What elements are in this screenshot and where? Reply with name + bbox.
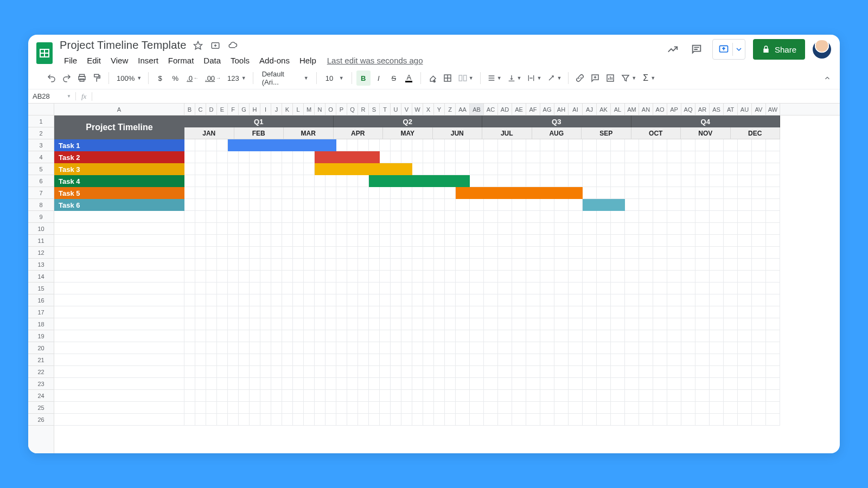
col-header[interactable]: AB	[470, 104, 484, 115]
zoom-select[interactable]: 100%▼	[113, 70, 144, 86]
text-wrap-button[interactable]: ▼	[525, 70, 544, 86]
fill-color-button[interactable]	[425, 70, 439, 86]
col-header[interactable]: AF	[526, 104, 540, 115]
col-header[interactable]: AU	[738, 104, 752, 115]
row-header[interactable]: 16	[28, 294, 54, 306]
col-header[interactable]: W	[412, 104, 423, 115]
name-box[interactable]: AB28▼	[28, 92, 76, 100]
col-header[interactable]: M	[304, 104, 315, 115]
col-header[interactable]: R	[358, 104, 369, 115]
col-header[interactable]: AH	[554, 104, 569, 115]
text-color-button[interactable]: A	[402, 70, 416, 86]
insert-link-button[interactable]	[573, 70, 587, 86]
comments-icon[interactable]	[688, 41, 705, 57]
col-header[interactable]: AO	[653, 104, 667, 115]
move-icon[interactable]	[209, 40, 221, 52]
col-header[interactable]: A	[54, 104, 184, 115]
print-button[interactable]	[75, 70, 89, 86]
v-align-button[interactable]: ▼	[505, 70, 524, 86]
row-header[interactable]: 13	[28, 259, 54, 271]
filter-button[interactable]: ▼	[618, 70, 639, 86]
row-header[interactable]: 4	[28, 151, 54, 163]
row-header[interactable]: 2	[28, 127, 54, 139]
col-header[interactable]: AA	[456, 104, 470, 115]
col-header[interactable]: AT	[724, 104, 738, 115]
row-header[interactable]: 6	[28, 175, 54, 187]
menu-file[interactable]: File	[60, 54, 81, 67]
present-button[interactable]	[712, 39, 745, 60]
format-percent-button[interactable]: %	[168, 70, 182, 86]
menu-tools[interactable]: Tools	[226, 54, 254, 67]
merge-cells-button[interactable]: ▼	[456, 70, 476, 86]
row-header[interactable]: 17	[28, 306, 54, 318]
column-headers[interactable]: ABCDEFGHIJKLMNOPQRSTUVWXYZAAABACADAEAFAG…	[54, 104, 840, 115]
h-align-button[interactable]: ▼	[485, 70, 504, 86]
toolbar-expand-button[interactable]	[820, 70, 834, 86]
col-header[interactable]: O	[326, 104, 336, 115]
col-header[interactable]: AI	[569, 104, 583, 115]
select-all-corner[interactable]	[28, 104, 54, 115]
row-header[interactable]: 22	[28, 366, 54, 378]
star-icon[interactable]	[192, 40, 204, 52]
row-header[interactable]: 23	[28, 378, 54, 390]
font-size-select[interactable]: 10▼	[321, 70, 347, 86]
italic-button[interactable]: I	[372, 70, 386, 86]
bold-button[interactable]: B	[356, 70, 371, 86]
insert-chart-button[interactable]	[603, 70, 617, 86]
strikethrough-button[interactable]: S	[387, 70, 401, 86]
row-header[interactable]: 5	[28, 163, 54, 175]
increase-decimal-button[interactable]: .00→	[202, 70, 223, 86]
col-header[interactable]: AP	[667, 104, 681, 115]
col-header[interactable]: AS	[710, 104, 724, 115]
row-header[interactable]: 7	[28, 187, 54, 199]
functions-button[interactable]: Σ▼	[640, 70, 658, 86]
insert-comment-button[interactable]	[588, 70, 602, 86]
account-avatar[interactable]	[813, 40, 831, 59]
col-header[interactable]: H	[250, 104, 260, 115]
row-header[interactable]: 26	[28, 414, 54, 426]
col-header[interactable]: AM	[625, 104, 639, 115]
row-header[interactable]: 15	[28, 282, 54, 294]
col-header[interactable]: D	[206, 104, 217, 115]
col-header[interactable]: Q	[347, 104, 358, 115]
menu-help[interactable]: Help	[295, 54, 321, 67]
row-header[interactable]: 12	[28, 247, 54, 259]
col-header[interactable]: AC	[484, 104, 498, 115]
col-header[interactable]: AE	[512, 104, 526, 115]
menu-view[interactable]: View	[106, 54, 132, 67]
col-header[interactable]: AD	[498, 104, 512, 115]
col-header[interactable]: AN	[639, 104, 653, 115]
row-header[interactable]: 9	[28, 211, 54, 223]
col-header[interactable]: S	[369, 104, 380, 115]
share-button[interactable]: Share	[753, 39, 805, 60]
row-header[interactable]: 21	[28, 354, 54, 366]
row-header[interactable]: 19	[28, 330, 54, 342]
font-select[interactable]: Default (Ari...▼	[258, 70, 312, 86]
row-header[interactable]: 1	[28, 115, 54, 127]
col-header[interactable]: AG	[540, 104, 554, 115]
col-header[interactable]: I	[260, 104, 271, 115]
menu-format[interactable]: Format	[164, 54, 199, 67]
col-header[interactable]: T	[380, 104, 391, 115]
menu-data[interactable]: Data	[199, 54, 225, 67]
paint-format-button[interactable]	[90, 70, 104, 86]
col-header[interactable]: AL	[611, 104, 625, 115]
row-header[interactable]: 14	[28, 271, 54, 282]
col-header[interactable]: N	[315, 104, 326, 115]
row-header[interactable]: 25	[28, 402, 54, 414]
col-header[interactable]: P	[336, 104, 347, 115]
col-header[interactable]: F	[228, 104, 239, 115]
col-header[interactable]: Z	[445, 104, 456, 115]
activity-icon[interactable]	[665, 41, 681, 57]
col-header[interactable]: AR	[695, 104, 710, 115]
row-header[interactable]: 3	[28, 139, 54, 151]
borders-button[interactable]	[441, 70, 455, 86]
col-header[interactable]: AJ	[583, 104, 597, 115]
col-header[interactable]: B	[184, 104, 195, 115]
col-header[interactable]: G	[239, 104, 250, 115]
col-header[interactable]: L	[293, 104, 304, 115]
col-header[interactable]: Y	[434, 104, 445, 115]
menu-add-ons[interactable]: Add-ons	[255, 54, 294, 67]
col-header[interactable]: K	[282, 104, 293, 115]
undo-button[interactable]	[44, 70, 59, 86]
